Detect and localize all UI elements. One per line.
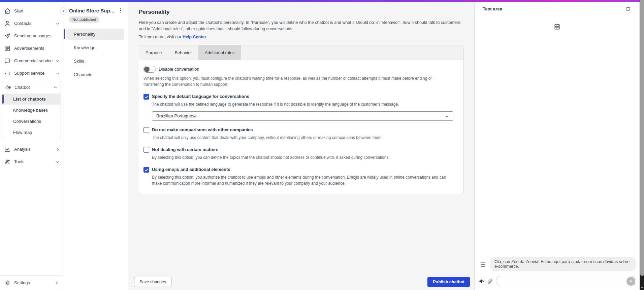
sidebar-subitem-label: List of chatbots bbox=[13, 97, 46, 102]
sidebar-item-label: Sending messages bbox=[14, 33, 60, 38]
no-comparisons-checkbox[interactable] bbox=[143, 127, 149, 133]
sidebar-item-conversations[interactable]: Conversations bbox=[2, 116, 61, 127]
chat-message-input[interactable] bbox=[496, 276, 636, 286]
sidebar-item-label: Advertisements bbox=[14, 46, 60, 51]
bot-message-bubble: Olá, sou Zoe da Zenvia! Estou aqui para … bbox=[490, 257, 636, 271]
chart-icon bbox=[4, 146, 11, 153]
status-badge: Not published bbox=[69, 16, 99, 23]
bot-avatar bbox=[475, 23, 640, 30]
publish-chatbot-button[interactable]: Publish chatbot bbox=[427, 277, 470, 287]
home-icon bbox=[4, 8, 11, 14]
chevron-left-icon bbox=[62, 9, 65, 13]
scrollbar-thumb[interactable] bbox=[640, 0, 644, 276]
sidebar-item-settings[interactable]: Settings bbox=[0, 275, 63, 290]
sidebar-item-chatbot[interactable]: Chatbot bbox=[2, 81, 61, 94]
sidebar-item-knowledge-bases[interactable]: Knowledge bases bbox=[2, 105, 61, 116]
newspaper-icon bbox=[4, 45, 11, 52]
option-emojis: Using emojis and additional elements By … bbox=[143, 167, 453, 186]
kebab-menu-icon[interactable] bbox=[118, 7, 124, 13]
panel-item-skills[interactable]: Skills bbox=[66, 56, 124, 67]
language-select-value: Brazilian Portuguese bbox=[156, 113, 445, 118]
tab-additional-rules[interactable]: Additional rules bbox=[198, 45, 241, 60]
gear-icon bbox=[4, 280, 11, 286]
sidebar-item-label: Commercial service bbox=[14, 58, 56, 63]
test-area: Test area Olá, sou Zoe da Zenvia! Estou … bbox=[474, 2, 640, 290]
person-icon bbox=[4, 20, 11, 27]
check-icon bbox=[144, 167, 149, 172]
sidebar-item-list-of-chatbots[interactable]: List of chatbots bbox=[2, 94, 61, 105]
sidebar-item-start[interactable]: Start bbox=[0, 5, 63, 17]
test-area-title: Test area bbox=[483, 6, 502, 11]
refresh-icon[interactable] bbox=[625, 6, 631, 12]
disable-conversation-toggle[interactable] bbox=[143, 66, 156, 73]
chat-message-row: Olá, sou Zoe da Zenvia! Estou aqui para … bbox=[479, 257, 636, 271]
option-label: Not dealing with certain matters bbox=[152, 147, 218, 152]
option-label: Specify the default language for convers… bbox=[152, 94, 249, 99]
save-changes-button[interactable]: Save changes bbox=[134, 277, 171, 287]
tab-behavior[interactable]: Behavior bbox=[168, 45, 198, 60]
tab-bar: Purpose Behavior Additional rules bbox=[139, 45, 463, 60]
sidebar-item-support-service[interactable]: Support service bbox=[0, 67, 63, 79]
scrollbar-down-arrow[interactable] bbox=[641, 287, 643, 289]
sidebar-item-analysis[interactable]: Analysis bbox=[0, 143, 63, 155]
chatbot-nav-group: Chatbot List of chatbots Knowledge bases… bbox=[2, 81, 61, 140]
panel-item-label: Skills bbox=[74, 59, 84, 64]
panel-item-knowledge[interactable]: Knowledge bbox=[66, 42, 124, 53]
robot-icon bbox=[4, 84, 11, 91]
panel-item-channels[interactable]: Channels bbox=[66, 69, 124, 80]
option-label: Using emojis and additional elements bbox=[152, 167, 230, 172]
main-content: Personality Here you can create and adju… bbox=[128, 2, 474, 290]
help-prefix: To learn more, visit our bbox=[139, 35, 181, 39]
sidebar-item-contacts[interactable]: Contacts bbox=[0, 17, 63, 30]
chevron-down-icon bbox=[56, 59, 60, 63]
page-description: Here you can create and adjust the chatb… bbox=[139, 20, 464, 33]
option-label: Do not make comparisons with other compa… bbox=[152, 127, 253, 132]
tab-purpose[interactable]: Purpose bbox=[139, 45, 168, 60]
chat-bubble-icon bbox=[4, 58, 11, 64]
panel-item-personality[interactable]: Personality bbox=[66, 29, 124, 40]
chevron-up-icon bbox=[53, 85, 57, 89]
sidebar-subitem-label: Flow map bbox=[13, 130, 32, 135]
vertical-scrollbar[interactable] bbox=[640, 0, 644, 290]
option-description: By selecting this option, you can define… bbox=[152, 154, 453, 160]
sidebar-item-label: Analysis bbox=[14, 147, 56, 152]
tools-icon bbox=[4, 158, 11, 165]
help-suffix: . bbox=[207, 35, 208, 39]
paperclip-icon[interactable] bbox=[487, 278, 493, 284]
toggle-description: When selecting this option, you must con… bbox=[143, 75, 453, 87]
sidebar-item-flow-map[interactable]: Flow map bbox=[2, 127, 61, 138]
send-button[interactable] bbox=[626, 277, 635, 286]
chevron-right-icon bbox=[56, 147, 60, 151]
chevron-down-icon bbox=[56, 160, 60, 164]
sidebar-item-advertisements[interactable]: Advertisements bbox=[0, 42, 63, 55]
option-description: By selecting this option, you authorize … bbox=[152, 174, 453, 186]
chatbot-name-title: Online Store Sup... bbox=[69, 8, 118, 13]
option-description: The chatbot will only use content that d… bbox=[152, 135, 453, 141]
help-center-link[interactable]: Help Center bbox=[183, 35, 206, 39]
page-title: Personality bbox=[139, 9, 464, 15]
language-select[interactable]: Brazilian Portuguese bbox=[152, 111, 453, 121]
sidebar-item-commercial-service[interactable]: Commercial service bbox=[0, 55, 63, 67]
sidebar-item-tools[interactable]: Tools bbox=[0, 155, 63, 168]
footer-actions: Save changes Publish chatbot bbox=[134, 277, 470, 287]
panel-item-label: Channels bbox=[74, 72, 92, 77]
default-language-checkbox[interactable] bbox=[143, 94, 149, 100]
sidebar-item-label: Support service bbox=[14, 71, 56, 76]
robot-avatar-icon bbox=[479, 260, 487, 268]
collapse-sidebar-button[interactable] bbox=[60, 7, 67, 14]
chevron-right-icon bbox=[54, 281, 58, 285]
option-not-dealing-matters: Not dealing with certain matters By sele… bbox=[143, 147, 453, 160]
send-arrow-icon bbox=[627, 278, 634, 285]
chatbot-panel: Online Store Sup... Not published Person… bbox=[64, 2, 127, 290]
paper-plane-icon bbox=[4, 33, 11, 39]
emojis-checkbox[interactable] bbox=[143, 167, 149, 173]
help-line: To learn more, visit our Help Center . bbox=[139, 35, 464, 39]
sidebar-item-label: Contacts bbox=[14, 21, 56, 26]
sidebar-item-label: Tools bbox=[14, 159, 56, 164]
chevron-down-icon bbox=[56, 22, 60, 26]
panel-item-label: Personality bbox=[74, 32, 95, 37]
sidebar-nav: Start Contacts Sending messages Advertis… bbox=[0, 2, 63, 275]
sidebar-item-sending-messages[interactable]: Sending messages bbox=[0, 30, 63, 42]
mute-speaker-icon[interactable] bbox=[479, 278, 485, 285]
not-dealing-matters-checkbox[interactable] bbox=[143, 147, 149, 153]
